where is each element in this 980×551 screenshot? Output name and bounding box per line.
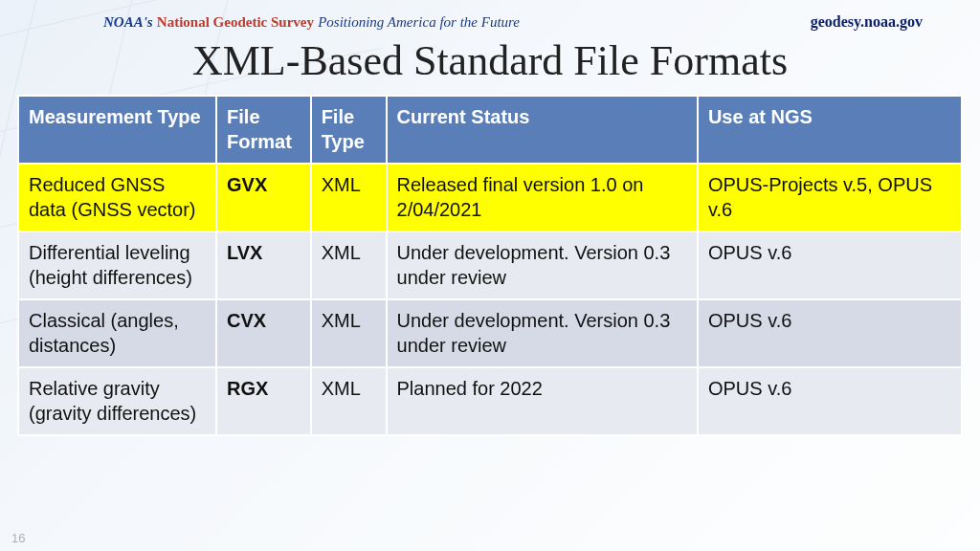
page-number: 16	[11, 531, 25, 545]
slide-header: NOAA's National Geodetic Survey Position…	[0, 0, 980, 31]
tagline: Positioning America for the Future	[318, 14, 520, 30]
col-file-format: File Format	[216, 96, 311, 164]
cell-measurement: Reduced GNSS data (GNSS vector)	[18, 164, 216, 231]
header-branding: NOAA's National Geodetic Survey Position…	[103, 13, 520, 31]
cell-use: OPUS-Projects v.5, OPUS v.6	[698, 164, 962, 231]
cell-format: LVX	[216, 231, 311, 299]
cell-format: GVX	[216, 164, 311, 231]
cell-format: RGX	[216, 367, 311, 435]
noaa-prefix: NOAA's	[103, 14, 153, 30]
table-row: Differential leveling (height difference…	[18, 231, 962, 299]
cell-measurement: Differential leveling (height difference…	[18, 231, 216, 299]
cell-use: OPUS v.6	[698, 367, 962, 435]
cell-measurement: Relative gravity (gravity differences)	[18, 367, 216, 435]
cell-type: XML	[311, 231, 387, 299]
cell-measurement: Classical (angles, distances)	[18, 299, 216, 367]
table-row: Relative gravity (gravity differences) R…	[18, 367, 962, 435]
cell-status: Under development. Version 0.3 under rev…	[387, 231, 698, 299]
table-row: Classical (angles, distances) CVX XML Un…	[18, 299, 962, 367]
col-current-status: Current Status	[387, 96, 698, 164]
cell-status: Under development. Version 0.3 under rev…	[387, 299, 698, 367]
table-row: Reduced GNSS data (GNSS vector) GVX XML …	[18, 164, 962, 231]
col-measurement-type: Measurement Type	[18, 96, 216, 164]
site-url: geodesy.noaa.gov	[811, 13, 923, 31]
org-name: National Geodetic Survey	[157, 14, 314, 30]
table-header-row: Measurement Type File Format File Type C…	[18, 96, 962, 164]
cell-use: OPUS v.6	[698, 231, 962, 299]
cell-format: CVX	[216, 299, 311, 367]
cell-type: XML	[311, 299, 387, 367]
cell-status: Released final version 1.0 on 2/04/2021	[387, 164, 698, 231]
cell-type: XML	[311, 367, 387, 435]
cell-use: OPUS v.6	[698, 299, 962, 367]
page-title: XML-Based Standard File Formats	[0, 36, 980, 85]
formats-table-wrap: Measurement Type File Format File Type C…	[0, 95, 980, 436]
col-use-at-ngs: Use at NGS	[698, 96, 962, 164]
cell-type: XML	[311, 164, 387, 231]
cell-status: Planned for 2022	[387, 367, 698, 435]
col-file-type: File Type	[311, 96, 387, 164]
formats-table: Measurement Type File Format File Type C…	[17, 95, 963, 436]
